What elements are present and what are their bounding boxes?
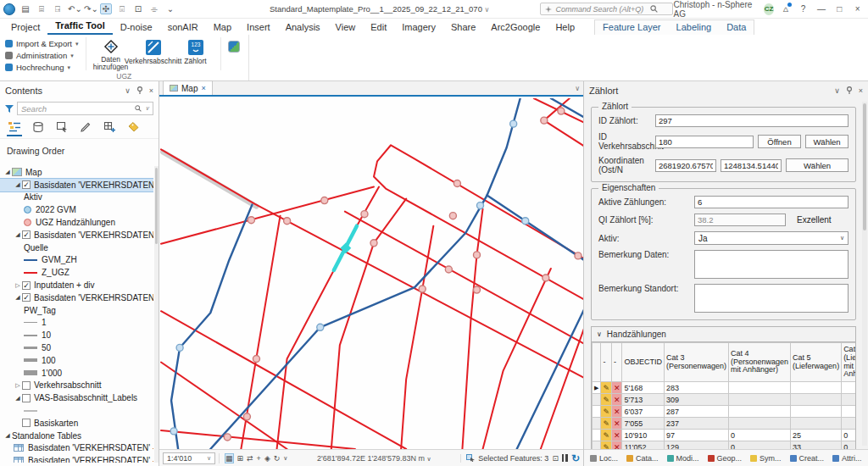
count-cell[interactable]: 283: [665, 382, 729, 394]
table-column-header[interactable]: -: [611, 343, 622, 382]
layer-visibility-checkbox[interactable]: [22, 419, 31, 427]
ribbon-tab-arc2google[interactable]: Arc2Google: [483, 20, 548, 35]
pane-tab-loc-[interactable]: Loc...: [586, 452, 622, 464]
count-cell[interactable]: 0: [842, 430, 856, 441]
ribbon-tab-insert[interactable]: Insert: [239, 20, 278, 35]
zaehlort-marker-gvm[interactable]: [176, 344, 183, 351]
expander-open-icon[interactable]: ◢: [3, 432, 12, 439]
table-column-header[interactable]: Cat 5 (Lieferwagen): [791, 343, 842, 382]
zaehlort-marker-handzaehlung[interactable]: [445, 266, 452, 273]
grid-icon[interactable]: ⊞: [237, 454, 244, 463]
tree-item[interactable]: 100: [0, 354, 153, 367]
close-pane-icon[interactable]: ×: [149, 86, 153, 95]
handzaehlungen-table[interactable]: --OBJECTIDCat 3 (Personenwagen)Cat 4 (Pe…: [591, 341, 856, 453]
road-segment-blue[interactable]: [171, 205, 252, 449]
table-row[interactable]: ✎✕10'9109702500: [593, 430, 857, 441]
pane-tab-attri-[interactable]: Attri...: [828, 452, 866, 464]
count-cell[interactable]: [842, 382, 856, 394]
count-cell[interactable]: [791, 382, 842, 394]
customize-toolbar-icon[interactable]: ⌄: [164, 4, 176, 14]
line-symbol-swatch[interactable]: [24, 358, 37, 362]
count-cell[interactable]: [791, 418, 842, 430]
notifications-icon[interactable]: 🜂: [782, 4, 790, 14]
road-segment-red[interactable]: [277, 187, 379, 449]
edit-row-icon[interactable]: ✎: [601, 394, 612, 406]
tree-item[interactable]: ◢VAS-Basisabschnitt_Labels: [0, 391, 153, 404]
handzaehlungen-section-header[interactable]: ∨ Handzählungen: [591, 326, 856, 341]
expander-open-icon[interactable]: ◢: [14, 294, 22, 301]
navigate-icon[interactable]: ◈: [264, 454, 270, 463]
layer-visibility-checkbox[interactable]: [22, 230, 31, 239]
bemerkung-standort-textarea[interactable]: [694, 284, 849, 313]
count-cell[interactable]: [729, 406, 791, 418]
road-segment-red[interactable]: [161, 430, 355, 449]
count-cell[interactable]: 0: [729, 430, 791, 441]
delete-row-icon[interactable]: ✕: [611, 418, 622, 430]
line-symbol-swatch[interactable]: [24, 410, 37, 412]
list-by-editing-icon[interactable]: [78, 122, 93, 136]
new-project-icon[interactable]: ⍈: [52, 4, 64, 14]
standalone-table-item[interactable]: Basisdaten 'VERKEHRSDATEN' - Globale Fak…: [0, 454, 153, 463]
explore-tool-icon[interactable]: ✣: [100, 3, 112, 14]
pane-scrollbar[interactable]: [862, 102, 867, 446]
zaehlort-marker-handzaehlung[interactable]: [370, 240, 377, 247]
layer-visibility-checkbox[interactable]: [22, 381, 31, 390]
tree-item[interactable]: Basiskarten: [0, 417, 153, 430]
delete-row-icon[interactable]: ✕: [611, 394, 622, 406]
expander-open-icon[interactable]: ◢: [14, 395, 22, 402]
expander-open-icon[interactable]: ◢: [14, 181, 22, 188]
maximize-button[interactable]: □: [834, 4, 844, 14]
count-cell[interactable]: [791, 394, 842, 406]
snap-mode-icon[interactable]: ▦: [225, 453, 234, 463]
road-segment-red[interactable]: [462, 209, 482, 449]
count-cell[interactable]: 287: [665, 406, 729, 418]
line-symbol-swatch[interactable]: [24, 272, 37, 274]
table-row[interactable]: ✎✕7'055237: [593, 418, 857, 430]
road-segment-red[interactable]: [331, 199, 406, 449]
zaehlort-marker-handzaehlung[interactable]: [248, 217, 254, 224]
aktiv-dropdown[interactable]: Ja ∨: [694, 231, 849, 245]
edit-row-icon[interactable]: ✎: [601, 406, 612, 418]
tree-item[interactable]: PW_Tag: [0, 304, 153, 317]
edit-row-icon[interactable]: ✎: [601, 418, 612, 430]
ribbon-tab-map[interactable]: Map: [206, 20, 239, 35]
ribbon-tab-edit[interactable]: Edit: [363, 20, 394, 35]
waehlen-button[interactable]: Wählen: [805, 135, 849, 148]
pin-icon[interactable]: [846, 86, 853, 96]
map-scale-select[interactable]: 1:4'010∨: [163, 452, 215, 464]
table-column-header[interactable]: Cat 3 (Personenwagen): [665, 343, 729, 382]
table-column-header[interactable]: Cat 4 (Personenwagen mit Anhänger): [729, 343, 791, 382]
zaehlort-marker-handzaehlung[interactable]: [224, 434, 231, 441]
count-cell[interactable]: [842, 394, 856, 406]
road-segment-red[interactable]: [161, 187, 374, 244]
tree-item[interactable]: ◢Basisdaten 'VERKEHRSDATEN' - Verkehrsab…: [0, 229, 153, 241]
menu-administration[interactable]: Administration▾: [5, 51, 79, 60]
id-verkehrsabschnitt-input[interactable]: [655, 136, 754, 148]
table-column-header[interactable]: OBJECTID: [622, 343, 665, 382]
objectid-cell[interactable]: 7'055: [622, 418, 665, 430]
signed-in-user[interactable]: Christoph - n-Sphere AG: [673, 0, 755, 19]
tree-item[interactable]: ◢Map: [0, 166, 153, 179]
point-symbol-swatch[interactable]: [24, 206, 31, 214]
select-icon[interactable]: ⌯: [148, 4, 160, 14]
verkehrsabschnitt-button[interactable]: Verkehrsabschnitt: [134, 37, 173, 70]
table-column-header[interactable]: Cat 6 (Lieferwagen mit Anhänger): [842, 343, 856, 382]
objectid-cell[interactable]: 6'037: [622, 406, 665, 418]
tree-item[interactable]: ▷Verkehrsabschnitt: [0, 380, 153, 392]
tree-item[interactable]: ◢Basisdaten 'VERKEHRSDATEN' - Swiss10+ K…: [0, 291, 153, 304]
zaehlort-marker-gvm[interactable]: [510, 120, 517, 127]
list-by-data-source-icon[interactable]: [31, 122, 46, 136]
standalone-table-item[interactable]: Basisdaten 'VERKEHRSDATEN' - Bezug: [0, 442, 153, 455]
layer-visibility-checkbox[interactable]: [22, 394, 31, 402]
count-cell[interactable]: 25: [791, 430, 842, 441]
edit-row-icon[interactable]: ✎: [601, 430, 612, 441]
road-segment-blue[interactable]: [487, 98, 520, 196]
close-tab-icon[interactable]: ×: [201, 84, 205, 92]
road-shadow[interactable]: [163, 152, 256, 206]
search-options-chevron-icon[interactable]: ∨: [145, 105, 149, 112]
aktive-zaehlungen-input[interactable]: [694, 196, 849, 208]
road-segment-blue[interactable]: [487, 196, 583, 262]
chevron-down-icon[interactable]: ∨: [834, 86, 840, 95]
tree-item[interactable]: GVM_ZH: [0, 254, 153, 267]
list-by-selection-icon[interactable]: [54, 122, 70, 136]
